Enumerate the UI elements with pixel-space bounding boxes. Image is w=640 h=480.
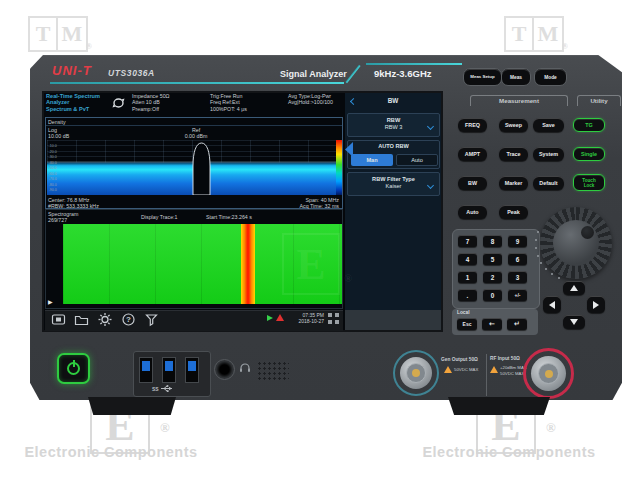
enter-button[interactable]: ↵ xyxy=(507,318,527,330)
knob-dimple xyxy=(581,226,594,239)
svg-text:-80.0: -80.0 xyxy=(49,183,57,187)
clock: 07:35 PM 2018-10-27 xyxy=(288,312,324,325)
menu-item-filter-type[interactable]: RBW Filter Type Kaiser xyxy=(347,172,440,196)
key-decimal[interactable]: . xyxy=(458,289,477,301)
svg-text:-30.0: -30.0 xyxy=(49,155,57,159)
warning-icon xyxy=(444,366,452,373)
auto-button[interactable]: Auto xyxy=(458,205,487,219)
key-2[interactable]: 2 xyxy=(483,271,502,283)
default-button[interactable]: Default xyxy=(533,176,564,190)
product-label: Signal Analyzer xyxy=(280,69,347,79)
rf-input-pin xyxy=(545,370,553,378)
bw-button[interactable]: BW xyxy=(458,176,487,190)
svg-text:-10.0: -10.0 xyxy=(49,144,57,148)
system-button[interactable]: System xyxy=(533,147,564,161)
key-plus-minus[interactable]: +/- xyxy=(508,289,527,301)
gen-output-pin xyxy=(412,369,420,377)
man-toggle[interactable]: Man xyxy=(351,154,393,166)
rf-warning-2: 50VDC MAX xyxy=(500,371,524,376)
status-warning-icon xyxy=(276,314,284,321)
screenshot-icon[interactable] xyxy=(51,313,66,327)
spectrogram-signal-stripe xyxy=(241,224,255,304)
product-photo: T M ® T M ® E ® Electronic Components E … xyxy=(0,0,640,480)
key-4[interactable]: 4 xyxy=(458,253,477,265)
svg-text:-40.0: -40.0 xyxy=(49,161,57,165)
density-colorbar xyxy=(336,140,342,195)
connector-divider xyxy=(486,354,487,396)
mode-label: Real-Time Spectrum Analyzer xyxy=(46,93,108,106)
tg-button[interactable]: TG xyxy=(573,118,605,132)
sweep-button[interactable]: Sweep xyxy=(499,118,528,132)
arrow-left-button[interactable] xyxy=(543,296,561,313)
power-icon xyxy=(67,362,80,375)
key-8[interactable]: 8 xyxy=(483,235,502,247)
key-3[interactable]: 3 xyxy=(508,271,527,283)
svg-text:-70.0: -70.0 xyxy=(49,177,57,181)
key-1[interactable]: 1 xyxy=(458,271,477,283)
meas-setup-button[interactable]: Meas Setup xyxy=(463,68,502,86)
continuous-sweep-icon xyxy=(111,97,126,109)
spectrum-plot: -10.0 -20.0 -30.0 -40.0 -50.0 -60.0 -70.… xyxy=(47,140,336,195)
headphone-jack[interactable] xyxy=(214,359,235,380)
single-button[interactable]: Single xyxy=(573,147,605,161)
usb-port-1[interactable] xyxy=(139,357,153,383)
speaker-grille xyxy=(257,361,289,382)
arrow-down-button[interactable] xyxy=(563,315,585,329)
rotary-knob-cap[interactable] xyxy=(553,220,599,266)
usb-port-3[interactable] xyxy=(185,357,199,383)
freq-button[interactable]: FREQ xyxy=(458,118,487,132)
trace-button[interactable]: Trace xyxy=(499,147,528,161)
connectivity-icons xyxy=(328,313,340,326)
utility-section-label: Utility xyxy=(577,95,621,106)
statusbar-right-filler xyxy=(345,310,441,330)
brand-logo: UNI-T xyxy=(52,63,92,78)
touch-lock-button[interactable]: Touch Lock xyxy=(573,174,605,191)
arrow-right-button[interactable] xyxy=(587,296,605,313)
peak-button[interactable]: Peak xyxy=(499,205,528,219)
svg-text:-50.0: -50.0 xyxy=(49,166,57,170)
svg-text:-60.0: -60.0 xyxy=(49,172,57,176)
headphone-icon xyxy=(239,362,251,373)
folder-icon[interactable] xyxy=(74,313,89,327)
gear-icon[interactable] xyxy=(97,312,113,327)
rf-input-label: RF Input 50Ω xyxy=(490,356,520,361)
marker-button[interactable]: Marker xyxy=(499,176,528,190)
header-column-trigger: Trig:Free Run Freq Ref:Ext 100%POT: 4 μs xyxy=(210,93,247,112)
menu-item-rbw[interactable]: RBW RBW 3 xyxy=(347,113,440,137)
key-7[interactable]: 7 xyxy=(458,235,477,247)
menu-item-auto-rbw[interactable]: AUTO RBW Man Auto xyxy=(347,140,440,169)
gen-output-label: Gen Output 50Ω xyxy=(441,357,478,362)
watermark-screen-reg: ® xyxy=(344,272,352,284)
usb-port-2[interactable] xyxy=(162,357,176,383)
key-0[interactable]: 0 xyxy=(483,289,502,301)
backspace-button[interactable]: ← xyxy=(482,318,502,330)
usb-ss-logo: SS xyxy=(152,385,174,392)
arrow-left-icon xyxy=(549,301,555,309)
arrow-up-button[interactable] xyxy=(563,281,585,295)
meas-button[interactable]: Meas xyxy=(501,68,531,86)
key-5[interactable]: 5 xyxy=(483,253,502,265)
frequency-range-label: 9kHz-3.6GHz xyxy=(374,68,432,79)
measurement-section-label: Measurement xyxy=(470,95,568,106)
menu-title: BW xyxy=(345,97,441,104)
svg-text:?: ? xyxy=(126,315,131,324)
key-6[interactable]: 6 xyxy=(508,253,527,265)
auto-toggle[interactable]: Auto xyxy=(396,154,438,166)
capture-icon[interactable] xyxy=(144,313,159,327)
save-button[interactable]: Save xyxy=(533,118,564,132)
spectrum-window[interactable]: Density Log 10.00 dB Ref 0.00 dBm -10.0 … xyxy=(45,117,343,209)
mode-button[interactable]: Mode xyxy=(534,68,567,86)
bezel-accent-line-left xyxy=(50,82,344,84)
bezel-accent-line-right xyxy=(366,63,462,65)
svg-text:-90.0: -90.0 xyxy=(49,188,57,192)
esc-button[interactable]: Esc xyxy=(457,318,477,330)
svg-text:-20.0: -20.0 xyxy=(49,150,57,154)
key-9[interactable]: 9 xyxy=(508,235,527,247)
power-button[interactable] xyxy=(57,353,90,384)
usb-trident-icon xyxy=(160,385,174,392)
header-column-average: Avg Type:Log-Pwr Avg|Hold:>100/100 xyxy=(288,93,333,106)
arrow-down-icon xyxy=(570,319,578,325)
local-label: Local xyxy=(457,310,470,315)
ampt-button[interactable]: AMPT xyxy=(458,147,487,161)
help-icon[interactable]: ? xyxy=(121,312,136,327)
